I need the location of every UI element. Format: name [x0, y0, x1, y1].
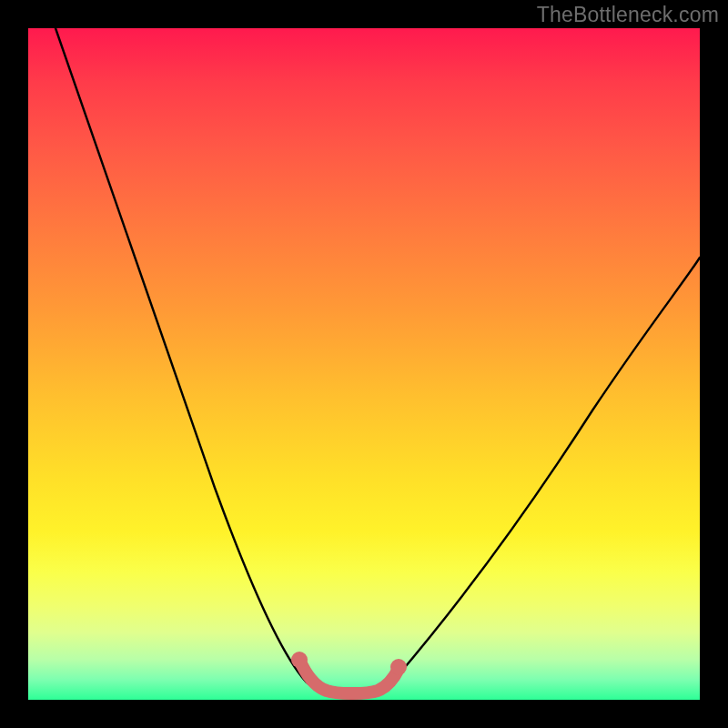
bottleneck-curve: [28, 28, 700, 700]
highlight-endpoint-right: [390, 659, 407, 675]
chart-stage: TheBottleneck.com: [0, 0, 728, 728]
curve-main: [56, 28, 700, 693]
highlight-endpoint-left: [291, 652, 308, 668]
plot-area: [28, 28, 700, 700]
watermark-text: TheBottleneck.com: [537, 3, 719, 27]
curve-highlight-segment: [299, 660, 399, 693]
